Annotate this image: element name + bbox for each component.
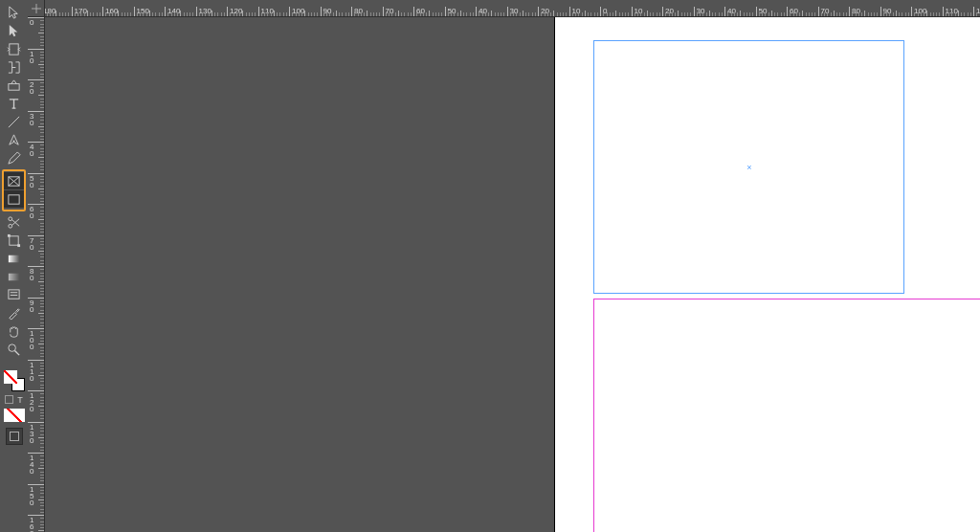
svg-rect-11 [8,233,11,236]
tools-panel: T [0,0,28,532]
pen-tool-icon[interactable] [4,131,24,148]
rectangle-tool-icon[interactable] [4,190,24,208]
rectangle-frame-tool-icon[interactable] [4,172,24,189]
svg-line-2 [9,116,19,126]
ruler-origin-corner[interactable] [28,0,45,17]
format-affects-row[interactable]: T [5,395,23,405]
gap-tool-icon[interactable] [4,58,24,76]
vertical-ruler[interactable]: 0102030405060708090100110120130140150160… [28,0,45,532]
fill-stroke-swatch[interactable] [4,370,25,391]
note-tool-icon[interactable] [4,286,24,303]
svg-rect-0 [10,43,18,54]
apply-color-swatch[interactable] [4,409,25,422]
page[interactable] [555,0,980,532]
zoom-tool-icon[interactable] [4,341,24,358]
svg-point-3 [13,140,15,142]
svg-point-18 [9,344,16,351]
svg-rect-12 [17,244,20,247]
screen-mode-button[interactable] [6,428,23,445]
pencil-tool-icon[interactable] [4,149,24,166]
horizontal-ruler[interactable]: 1801701601501401301201101009080706050403… [28,0,980,17]
svg-line-19 [14,350,19,355]
svg-point-9 [9,216,12,220]
frame-tools-highlight [2,169,26,211]
content-collector-tool-icon[interactable] [4,77,24,94]
svg-rect-15 [9,289,19,298]
free-transform-tool-icon[interactable] [4,232,24,249]
svg-rect-13 [9,255,19,262]
scissors-tool-icon[interactable] [4,213,24,231]
svg-rect-10 [10,235,18,244]
page-tool-icon[interactable] [4,40,24,57]
line-tool-icon[interactable] [4,113,24,130]
hand-tool-icon[interactable] [4,322,24,340]
svg-rect-14 [9,273,19,280]
selection-tool-icon[interactable] [4,4,24,21]
svg-rect-1 [9,83,19,90]
type-tool-icon[interactable] [4,95,24,112]
svg-rect-7 [9,194,19,203]
direct-selection-tool-icon[interactable] [4,22,24,39]
svg-point-8 [9,224,12,228]
format-container-icon[interactable] [5,395,13,404]
eyedropper-tool-icon[interactable] [4,304,24,321]
document-canvas[interactable]: × [45,17,980,532]
gradient-feather-tool-icon[interactable] [4,268,24,285]
gradient-swatch-tool-icon[interactable] [4,250,24,267]
format-text-icon[interactable]: T [17,395,23,405]
